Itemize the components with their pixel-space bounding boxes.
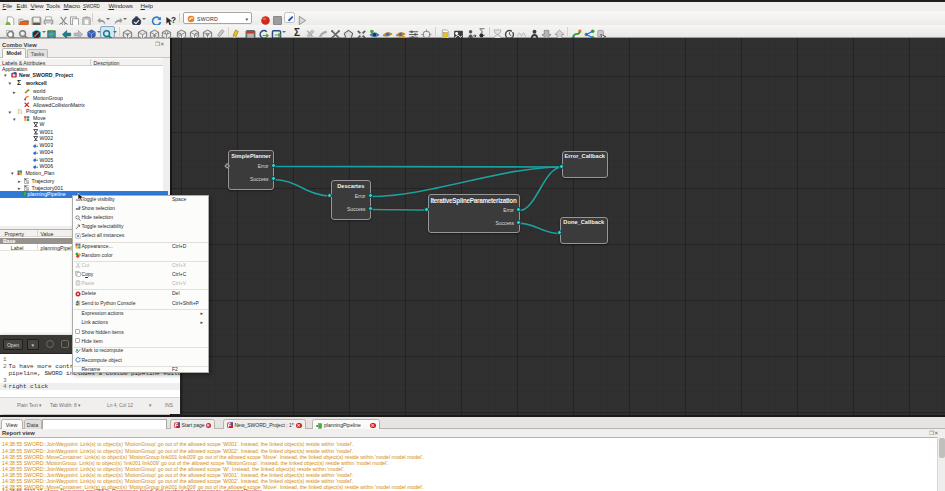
svg-text:?: ?	[171, 16, 176, 25]
